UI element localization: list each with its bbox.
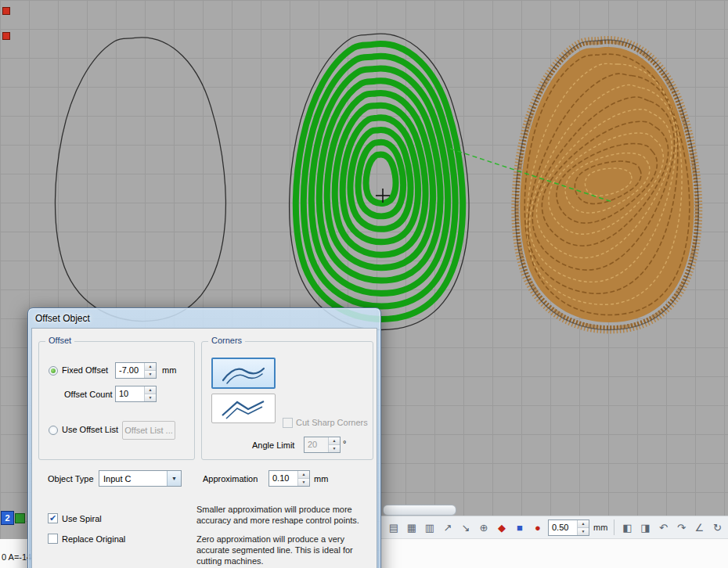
spin-up-icon[interactable]: ▲ — [145, 386, 156, 394]
cut-sharp-corners-label: Cut Sharp Corners — [296, 418, 368, 427]
use-spiral-checkbox[interactable]: ✔ — [48, 513, 58, 523]
spin-down-icon[interactable]: ▼ — [298, 479, 309, 486]
outline-shape[interactable] — [55, 38, 225, 322]
mirror-horizontal-icon[interactable]: ◧ — [619, 519, 635, 536]
spin-up-icon[interactable]: ▲ — [145, 363, 156, 371]
angle-limit-value[interactable]: 20 — [305, 437, 328, 452]
horizontal-scrollbar[interactable] — [383, 505, 456, 516]
offset-group-label: Offset — [45, 336, 74, 345]
outline-view-icon[interactable]: ▥ — [422, 519, 438, 536]
offset-rings — [296, 44, 463, 319]
stitch-width-unit: mm — [593, 523, 607, 532]
arrow-ne-icon[interactable]: ↗ — [440, 519, 456, 536]
corners-group: Corners Cut Sharp Corners Angle Limit — [201, 341, 373, 460]
color-chip-green[interactable] — [15, 513, 25, 523]
dialog-titlebar[interactable]: Offset Object — [31, 308, 377, 328]
sharp-corner-button[interactable] — [211, 394, 276, 423]
toolbar-separator — [614, 519, 614, 535]
spinner-buttons: ▲▼ — [144, 386, 156, 401]
offset-count-spinner[interactable]: 10 ▲▼ — [115, 386, 157, 402]
stitch-width-spinner[interactable]: 0.50 ▲▼ — [548, 519, 589, 536]
offset-list-button[interactable]: Offset List ... — [122, 421, 175, 440]
spin-up-icon[interactable]: ▲ — [578, 520, 589, 528]
fixed-offset-spinner[interactable]: -7.00 ▲▼ — [115, 362, 157, 379]
approximation-value[interactable]: 0.10 — [269, 471, 297, 486]
approximation-help: Smaller approximation will produce more … — [196, 504, 377, 568]
approximation-spinner[interactable]: 0.10 ▲▼ — [268, 470, 310, 487]
bottom-toolbar: ▤ ▦ ▥ ↗ ↘ ⊕ ◆ ■ ● 0.50 ▲▼ mm ◧ ◨ ↶ ↷ ∠ ↻ — [381, 516, 728, 539]
approximation-label: Approximation — [203, 474, 258, 484]
help-paragraph-2: Zero approximation will produce a very a… — [196, 534, 377, 566]
help-paragraph-1: Smaller approximation will produce more … — [196, 504, 377, 526]
fixed-offset-radio[interactable] — [49, 366, 58, 376]
spinner-buttons: ▲▼ — [328, 437, 340, 452]
rotate-right-icon[interactable]: ↷ — [673, 519, 689, 536]
blue-square-icon[interactable]: ■ — [512, 519, 528, 536]
grid-icon[interactable]: ▦ — [404, 519, 420, 536]
fixed-offset-value[interactable]: -7.00 — [116, 363, 144, 378]
dialog-body: Offset Fixed Offset -7.00 ▲▼ mm Offset C… — [31, 328, 377, 568]
offset-group: Offset Fixed Offset -7.00 ▲▼ mm Offset C… — [38, 341, 195, 460]
red-dot-icon[interactable]: ● — [530, 519, 546, 536]
angle-icon[interactable]: ∠ — [691, 519, 707, 536]
offset-object-dialog: Offset Object Offset Fixed Offset -7.00 … — [27, 307, 381, 568]
mirror-vertical-icon[interactable]: ◨ — [637, 519, 653, 536]
replace-original-checkbox[interactable] — [48, 534, 58, 544]
rotate-left-icon[interactable]: ↶ — [655, 519, 671, 536]
object-type-label: Object Type — [48, 474, 94, 484]
use-offset-list-radio[interactable] — [49, 426, 58, 435]
offset-count-label: Offset Count — [64, 390, 113, 399]
sequence-icon[interactable]: ▤ — [386, 519, 402, 536]
spin-down-icon[interactable]: ▼ — [145, 371, 156, 378]
fixed-offset-unit: mm — [162, 365, 176, 375]
stitch-width-value[interactable]: 0.50 — [549, 520, 577, 535]
status-strip-right — [381, 539, 728, 568]
spinner-buttons: ▲▼ — [577, 520, 589, 535]
offset-count-value[interactable]: 10 — [116, 386, 144, 401]
free-rotate-icon[interactable]: ↻ — [709, 519, 725, 536]
spin-down-icon[interactable]: ▼ — [145, 394, 156, 401]
spin-up-icon[interactable]: ▲ — [298, 471, 309, 479]
sequence-badge[interactable]: 2 — [1, 511, 14, 525]
chevron-down-icon[interactable]: ▼ — [167, 471, 181, 486]
cut-sharp-corners-checkbox[interactable] — [283, 418, 293, 428]
node-edit-icon[interactable]: ⊕ — [476, 519, 492, 536]
origin-marker-icon — [2, 7, 10, 15]
check-icon: ✔ — [49, 514, 56, 523]
spin-down-icon[interactable]: ▼ — [578, 528, 589, 535]
stitched-shape[interactable] — [508, 40, 705, 329]
spin-up-icon[interactable]: ▲ — [329, 437, 340, 445]
application-window: 2 0 A=-14 ▤ ▦ ▥ ↗ ↘ ⊕ ◆ ■ ● 0.50 ▲▼ mm ◧… — [0, 0, 728, 568]
fixed-offset-label: Fixed Offset — [62, 365, 108, 375]
replace-original-label: Replace Original — [62, 534, 125, 544]
dialog-title: Offset Object — [35, 313, 90, 324]
object-type-value: Input C — [99, 474, 167, 484]
object-type-dropdown[interactable]: Input C ▼ — [99, 470, 182, 487]
sharp-corner-icon — [219, 397, 268, 419]
use-spiral-label: Use Spiral — [62, 514, 102, 523]
angle-limit-unit: ° — [343, 439, 346, 448]
approximation-unit: mm — [314, 474, 328, 484]
angle-limit-label: Angle Limit — [252, 440, 294, 450]
corners-group-label: Corners — [208, 336, 245, 345]
red-diamond-icon[interactable]: ◆ — [494, 519, 510, 536]
arrow-se-icon[interactable]: ↘ — [458, 519, 474, 536]
offset-preview-shape[interactable] — [290, 34, 469, 329]
spinner-buttons: ▲▼ — [144, 363, 156, 378]
angle-limit-spinner[interactable]: 20 ▲▼ — [304, 437, 341, 453]
round-corner-icon — [219, 361, 268, 385]
origin-marker-icon — [2, 32, 10, 40]
spin-down-icon[interactable]: ▼ — [329, 445, 340, 452]
spinner-buttons: ▲▼ — [297, 471, 309, 486]
use-offset-list-label: Use Offset List — [62, 425, 118, 434]
round-corner-button[interactable] — [211, 358, 276, 389]
